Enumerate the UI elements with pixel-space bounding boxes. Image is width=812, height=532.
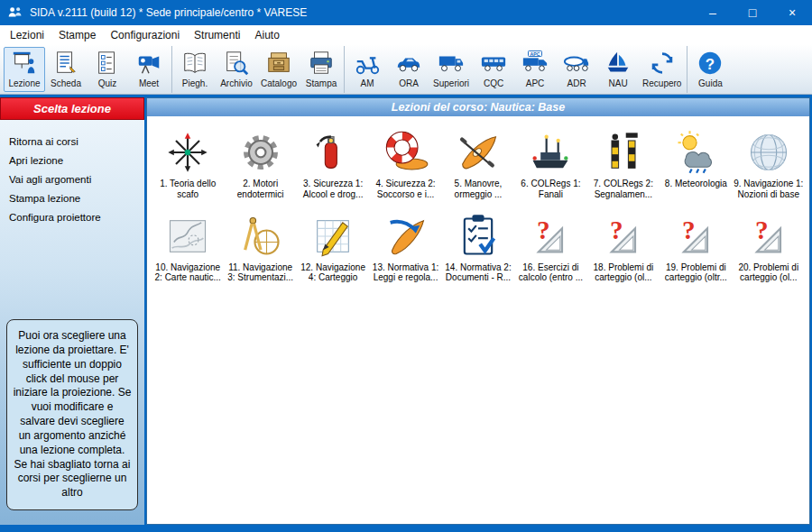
- toolbar-button[interactable]: ADR: [556, 47, 597, 92]
- lesson-tile[interactable]: 14. Normativa 2: Documenti - R...: [443, 213, 513, 284]
- lesson-label: 6. COLRegs 1: Fanali: [515, 179, 586, 200]
- lesson-tile[interactable]: 8. Meteorologia: [660, 129, 731, 200]
- sailboat-icon: [604, 50, 632, 77]
- toolbar-group-lessons: Lezione Scheda Quiz Meet: [2, 46, 171, 93]
- toolbar-button-label: Quiz: [98, 78, 117, 88]
- toolbar-button[interactable]: Recupero: [639, 47, 685, 92]
- weather-icon: [669, 129, 722, 176]
- menu-item[interactable]: Strumenti: [187, 27, 247, 43]
- lesson-label: 3. Sicurezza 1: Alcool e drog...: [298, 179, 368, 200]
- checklist-icon: [452, 213, 504, 260]
- menu-item[interactable]: Stampe: [51, 27, 103, 43]
- lesson-label: 16. Esercizi di calcolo (entro ...: [515, 262, 586, 284]
- toolbar-button-label: AM: [361, 78, 374, 88]
- gear-icon: [235, 129, 287, 176]
- divider-compass-icon: [235, 213, 287, 260]
- lesson-label: 1. Teoria dello scafo: [152, 179, 223, 200]
- lesson-tile[interactable]: 12. Navigazione 4: Carteggio: [298, 213, 368, 284]
- sidebar: Scelta lezione Ritorna ai corsi Apri lez…: [0, 97, 144, 525]
- sidebar-item[interactable]: Stampa lezione: [9, 193, 135, 204]
- toolbar-button[interactable]: Stampa: [300, 47, 342, 92]
- lesson-tile[interactable]: 1. Teoria dello scafo: [152, 129, 223, 200]
- lesson-tile[interactable]: 9. Navigazione 1: Nozioni di base: [734, 129, 804, 200]
- tanker-icon: [562, 50, 591, 77]
- toolbar-button[interactable]: Lezione: [4, 47, 45, 92]
- window-controls: – □ ×: [693, 0, 812, 25]
- book-icon: [180, 50, 209, 77]
- maximize-button[interactable]: □: [733, 0, 772, 25]
- lesson-tile[interactable]: 4. Sicurezza 2: Soccorso e i...: [370, 129, 440, 200]
- printer-icon: [307, 50, 336, 77]
- menu-item[interactable]: Configurazioni: [103, 27, 187, 43]
- lesson-label: 10. Navigazione 2: Carte nautic...: [152, 262, 223, 284]
- toolbar-button[interactable]: Superiori: [429, 47, 473, 92]
- lesson-label: 20. Problemi di carteggio (ol...: [734, 262, 804, 284]
- lesson-label: 4. Sicurezza 2: Soccorso e i...: [370, 179, 440, 200]
- info-box: Puoi ora scegliere una lezione da proiet…: [6, 319, 138, 510]
- lesson-tile[interactable]: 13. Normativa 1: Leggi e regola...: [370, 213, 440, 284]
- lesson-tile[interactable]: 10. Navigazione 2: Carte nautic...: [152, 213, 223, 284]
- toolbar-group-print: Piegh. Archivio Catalogo Stampa: [171, 46, 344, 93]
- toolbar-button-label: Meet: [139, 78, 159, 88]
- help-icon: ?: [696, 50, 724, 77]
- lesson-tile[interactable]: 11. Navigazione 3: Strumentazi...: [225, 213, 295, 284]
- toolbar-button[interactable]: Piegh.: [174, 47, 216, 92]
- lesson-grid: 1. Teoria dello scafo 2. Motori endoterm…: [147, 116, 809, 296]
- question-ruler-icon: ?: [524, 213, 577, 260]
- lesson-tile[interactable]: ? 19. Problemi di carteggio (oltr...: [660, 213, 731, 284]
- extinguisher-icon: [307, 129, 359, 176]
- lesson-tile[interactable]: ? 16. Esercizi di calcolo (entro ...: [515, 213, 586, 284]
- sidebar-item[interactable]: Configura proiettore: [9, 212, 135, 223]
- window-title: SIDA v.2111 (build 12) * Sede principale…: [30, 6, 693, 19]
- sidebar-item[interactable]: Ritorna ai corsi: [9, 136, 135, 147]
- lesson-tile[interactable]: 6. COLRegs 1: Fanali: [515, 129, 586, 200]
- toolbar-button[interactable]: Meet: [128, 47, 170, 92]
- svg-text:?: ?: [706, 55, 715, 72]
- lesson-label: 13. Normativa 1: Leggi e regola...: [370, 262, 440, 284]
- toolbar-button[interactable]: Scheda: [45, 47, 87, 92]
- sidebar-item[interactable]: Vai agli argomenti: [9, 174, 135, 185]
- toolbar-button[interactable]: ? Guida: [689, 47, 731, 92]
- toolbar-button-label: NAU: [609, 78, 628, 88]
- lesson-tile[interactable]: 7. COLRegs 2: Segnalamen...: [588, 129, 659, 200]
- lesson-tile[interactable]: 2. Motori endotermici: [225, 129, 295, 200]
- toolbar-button[interactable]: Catalogo: [257, 47, 300, 92]
- lesson-label: 5. Manovre, ormeggio ...: [443, 179, 513, 200]
- toolbar-button[interactable]: Archivio: [216, 47, 257, 92]
- bus-icon: [479, 50, 508, 77]
- toolbar-button-label: Archivio: [220, 78, 253, 88]
- menu-item[interactable]: Lezioni: [3, 27, 51, 43]
- lesson-tile[interactable]: ? 18. Problemi di carteggio (ol...: [588, 213, 659, 284]
- lesson-tile[interactable]: 5. Manovre, ormeggio ...: [443, 129, 513, 200]
- lesson-label: 19. Problemi di carteggio (oltr...: [660, 262, 731, 284]
- svg-text:?: ?: [755, 216, 769, 244]
- lesson-tile[interactable]: 3. Sicurezza 1: Alcool e drog...: [298, 129, 368, 200]
- recycle-icon: [648, 50, 677, 77]
- svg-text:APC: APC: [531, 50, 540, 56]
- toolbar-button[interactable]: NAU: [597, 47, 639, 92]
- toolbar-button[interactable]: ORA: [388, 47, 429, 92]
- toolbar-button[interactable]: APC APC: [514, 47, 556, 92]
- toolbar-button-label: Piegh.: [182, 78, 208, 88]
- nautical-chart-icon: [161, 213, 214, 260]
- lesson-tile[interactable]: ? 20. Problemi di carteggio (ol...: [734, 213, 804, 284]
- toolbar-button-label: Lezione: [8, 78, 40, 88]
- globe-icon: [743, 129, 795, 176]
- toolbar-button-label: Superiori: [433, 78, 469, 88]
- content-header: Lezioni del corso: Nautica: Base: [147, 98, 809, 116]
- truck-icon: [437, 50, 466, 77]
- catalog-icon: [264, 50, 293, 77]
- question-ruler-icon: ?: [597, 213, 650, 260]
- menu-item[interactable]: Aiuto: [247, 27, 286, 43]
- toolbar-button-label: APC: [526, 78, 545, 88]
- toolbar-button[interactable]: AM: [346, 47, 388, 92]
- sidebar-item[interactable]: Apri lezione: [9, 155, 135, 166]
- minimize-button[interactable]: –: [693, 0, 733, 25]
- buoys-icon: [597, 129, 650, 176]
- toolbar: Lezione Scheda Quiz Meet: [0, 44, 812, 95]
- toolbar-button[interactable]: Quiz: [87, 47, 128, 92]
- close-button[interactable]: ×: [772, 0, 812, 25]
- question-ruler-icon: ?: [669, 213, 722, 260]
- toolbar-button[interactable]: CQC: [473, 47, 514, 92]
- svg-text:?: ?: [538, 216, 551, 244]
